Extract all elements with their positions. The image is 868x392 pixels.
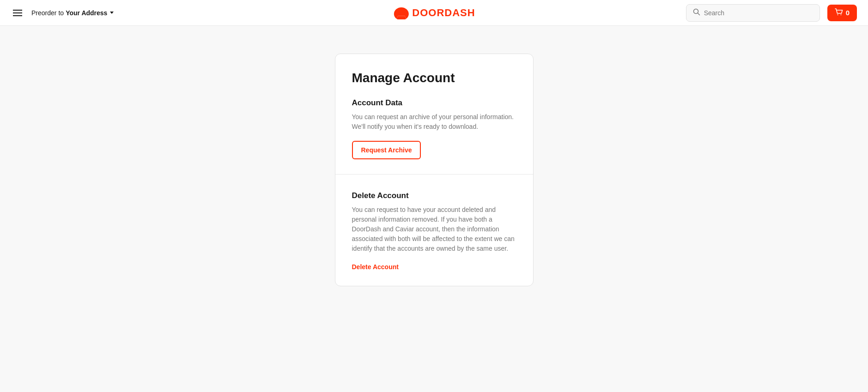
main-content: Manage Account Account Data You can requ… [0, 26, 868, 314]
preorder-address-button[interactable]: Preorder to Your Address [31, 9, 114, 17]
svg-point-3 [840, 14, 841, 15]
doordash-dash-icon [393, 6, 409, 19]
chevron-down-icon [110, 12, 114, 14]
svg-line-1 [698, 13, 699, 15]
account-data-title: Account Data [352, 98, 516, 108]
search-container [686, 4, 820, 22]
svg-point-2 [837, 14, 838, 15]
address-label: Your Address [66, 9, 107, 17]
request-archive-button[interactable]: Request Archive [352, 141, 421, 159]
cart-button[interactable]: 0 [827, 5, 857, 21]
search-icon [693, 8, 700, 18]
hamburger-menu-button[interactable] [11, 8, 24, 18]
search-input[interactable] [704, 9, 813, 17]
page-title: Manage Account [352, 71, 516, 85]
account-data-description: You can request an archive of your perso… [352, 112, 516, 132]
manage-account-card: Manage Account Account Data You can requ… [335, 54, 534, 286]
hamburger-line-3 [13, 15, 22, 16]
header-left: Preorder to Your Address [11, 8, 114, 18]
preorder-label: Preorder [31, 9, 56, 17]
delete-account-link[interactable]: Delete Account [352, 263, 399, 271]
page-title-section: Manage Account Account Data You can requ… [335, 54, 533, 175]
hamburger-line-1 [13, 10, 22, 11]
delete-account-section: Delete Account You can request to have y… [335, 175, 533, 286]
header-right: 0 [686, 4, 857, 22]
delete-account-description: You can request to have your account del… [352, 205, 516, 253]
cart-icon [835, 8, 843, 18]
doordash-logo[interactable]: DOORDASH [393, 6, 475, 19]
preorder-connector: to [58, 9, 64, 17]
hamburger-line-2 [13, 12, 22, 13]
cart-count: 0 [846, 9, 850, 17]
delete-account-title: Delete Account [352, 191, 516, 200]
header: Preorder to Your Address DOORDASH [0, 0, 868, 26]
logo-text: DOORDASH [412, 7, 475, 19]
